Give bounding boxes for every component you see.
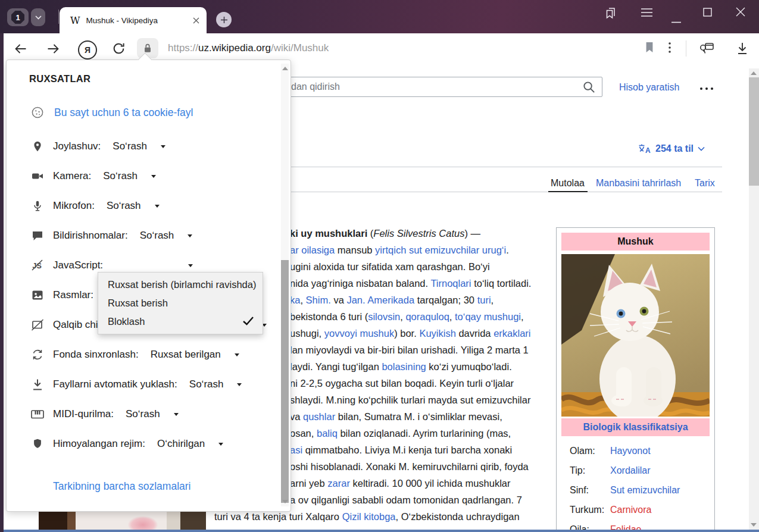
article-text-line: shlaydi. M.ning koʻpchilik turlari mayda…: [290, 392, 530, 408]
classification-row: Tip: Xordalilar: [570, 461, 707, 480]
tab-group-control[interactable]: 1: [7, 8, 45, 26]
browser-window: 1 W Mushuk - Vikipediya: [0, 0, 759, 532]
article-link[interactable]: yirtqich sut emizuvchilar urugʻi: [375, 245, 506, 255]
close-icon: [736, 7, 745, 17]
panel-scrollbar[interactable]: [281, 64, 289, 506]
yandex-search-button[interactable]: Я: [78, 40, 97, 60]
article-link[interactable]: erkaklari: [493, 328, 530, 339]
caret-down-icon[interactable]: [235, 353, 239, 356]
permission-value-dropdown[interactable]: Soʻrash: [126, 408, 160, 420]
page-scrollbar-thumb[interactable]: [749, 77, 759, 186]
article-link[interactable]: qoraquloq: [405, 311, 449, 322]
browser-menu-button[interactable]: [641, 8, 653, 20]
camera-icon: [30, 169, 45, 183]
forward-arrow-icon: [46, 42, 61, 56]
caret-down-icon[interactable]: [155, 205, 160, 208]
article-link[interactable]: ka: [290, 295, 300, 305]
url-scheme: https://: [168, 42, 198, 54]
active-tab[interactable]: W Mushuk - Vikipediya: [60, 7, 207, 33]
permission-value-dropdown[interactable]: Ruxsat berilgan: [151, 349, 221, 361]
classification-link[interactable]: Sut emizuvchilar: [610, 485, 680, 496]
back-button[interactable]: [13, 42, 28, 56]
address-bar[interactable]: https://uz.wikipedia.org/wiki/Mushuk: [168, 42, 329, 54]
menu-item[interactable]: Bloklash: [98, 312, 263, 331]
page-scrollbar[interactable]: [749, 68, 759, 530]
location-icon: [30, 139, 45, 154]
maximize-icon: [703, 8, 712, 17]
article-link[interactable]: Qizil kitobga: [342, 511, 396, 522]
permission-value-dropdown[interactable]: Oʻchirilgan: [157, 438, 205, 450]
infobox-cat-image[interactable]: [561, 254, 710, 417]
article-link[interactable]: zarar: [327, 478, 350, 489]
article-link[interactable]: baliq: [317, 428, 338, 439]
scroll-up-arrow-icon[interactable]: [751, 71, 757, 75]
all-content-settings-link[interactable]: Tarkibning barcha sozlamalari: [53, 480, 191, 493]
window-edge-left: [0, 33, 4, 532]
address-bar-more-button[interactable]: [668, 41, 671, 54]
close-window-button[interactable]: [736, 7, 745, 19]
password-manager-button[interactable]: [698, 40, 716, 57]
scroll-down-arrow-icon[interactable]: [751, 523, 757, 527]
wiki-tab-mutolaa[interactable]: Mutolaa: [551, 178, 585, 189]
tab-group-chevron-button[interactable]: [31, 8, 45, 26]
caret-down-icon[interactable]: [151, 175, 156, 178]
article-link[interactable]: asi: [290, 445, 302, 455]
wiki-search-input[interactable]: dan qidirish: [238, 77, 602, 97]
article-link[interactable]: Jan. Amerikada: [346, 295, 414, 305]
classification-link[interactable]: Xordalilar: [610, 465, 651, 476]
search-icon[interactable]: [582, 80, 596, 96]
wiki-more-menu[interactable]: [700, 87, 713, 90]
caret-down-icon[interactable]: [188, 234, 192, 237]
reload-button[interactable]: [111, 41, 126, 56]
forward-button[interactable]: [46, 42, 61, 56]
article-link[interactable]: toʻqay mushugi: [455, 311, 521, 322]
wiki-tab-manbasini-tahrirlash[interactable]: Manbasini tahrirlash: [596, 178, 681, 189]
permission-value-dropdown[interactable]: Soʻrash: [140, 230, 174, 242]
downloads-button[interactable]: [735, 41, 749, 56]
article-link[interactable]: ar oilasiga: [290, 245, 335, 255]
panel-scroll-up-icon[interactable]: [282, 67, 288, 70]
permission-value-dropdown[interactable]: Soʻrash: [189, 378, 224, 390]
language-selector[interactable]: A 254 ta til: [638, 143, 705, 154]
article-link[interactable]: qushlar: [303, 411, 335, 422]
article-link[interactable]: silovsin: [368, 311, 400, 322]
permission-value-dropdown[interactable]: Soʻrash: [113, 140, 147, 152]
caret-down-icon[interactable]: [174, 413, 179, 416]
infobox-title: Mushuk: [561, 233, 710, 251]
window-edge-bottom: [4, 530, 759, 532]
article-text-line: bekistonda 6 turi (silovsin, qoraquloq, …: [290, 308, 524, 325]
classification-link[interactable]: Carnivora: [610, 505, 651, 515]
notifications-icon: [30, 229, 45, 243]
article-link[interactable]: Kuyikish: [419, 328, 455, 339]
new-tab-button[interactable]: [216, 12, 232, 27]
caret-down-icon[interactable]: [218, 443, 223, 446]
classification-link[interactable]: Hayvonot: [610, 446, 651, 456]
tab-group-badge[interactable]: 1: [7, 8, 29, 26]
article-link[interactable]: Shim.: [306, 295, 331, 305]
permission-row: Fayllarni avtomatik yuklash: Soʻrash: [30, 376, 242, 393]
menu-item[interactable]: Ruxsat berish (birlamchi ravishda): [98, 276, 263, 294]
bookmark-page-button[interactable]: [644, 41, 655, 54]
sidebar-panels-button[interactable]: [604, 6, 618, 23]
menu-item[interactable]: Ruxsat berish: [98, 294, 263, 312]
article-image-fragment[interactable]: [39, 511, 206, 532]
tab-title: Mushuk - Vikipediya: [86, 16, 193, 25]
panel-scroll-down-icon[interactable]: [282, 500, 288, 503]
permission-value-dropdown[interactable]: Soʻrash: [103, 170, 138, 182]
article-link[interactable]: turi: [477, 295, 491, 305]
caret-down-icon[interactable]: [237, 383, 242, 386]
wiki-tab-tarix[interactable]: Tarix: [695, 178, 715, 189]
article-link[interactable]: bolasining: [382, 361, 426, 372]
article-link[interactable]: yovvoyi mushuk: [324, 328, 394, 339]
minimize-button[interactable]: [671, 15, 681, 26]
create-account-link[interactable]: Hisob yaratish: [619, 82, 679, 93]
caret-down-icon[interactable]: [188, 264, 193, 267]
article-link[interactable]: Tirnoqlari: [430, 278, 471, 289]
caret-down-icon[interactable]: [161, 145, 165, 148]
tab-close-icon[interactable]: [193, 17, 199, 24]
permission-value-dropdown[interactable]: Soʻrash: [107, 200, 141, 212]
panel-scrollbar-thumb[interactable]: [281, 260, 289, 503]
maximize-button[interactable]: [703, 8, 712, 19]
cookies-link[interactable]: Bu sayt uchun 6 ta cookie-fayl: [54, 107, 193, 119]
title-divider: [256, 167, 722, 167]
